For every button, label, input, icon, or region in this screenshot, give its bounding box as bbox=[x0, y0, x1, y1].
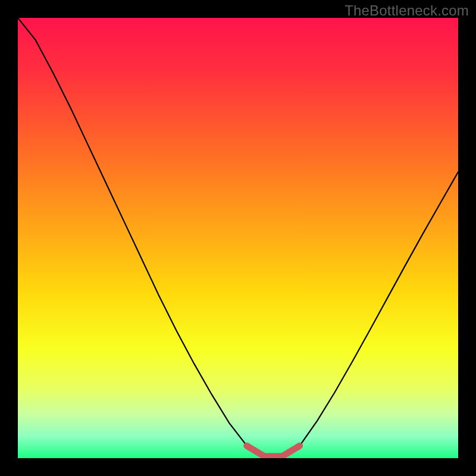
bottleneck-chart bbox=[18, 18, 458, 458]
gradient-background bbox=[18, 18, 458, 458]
watermark-text: TheBottleneck.com bbox=[345, 2, 469, 19]
chart-svg bbox=[18, 18, 458, 458]
figure-container: TheBottleneck.com bbox=[0, 0, 476, 476]
